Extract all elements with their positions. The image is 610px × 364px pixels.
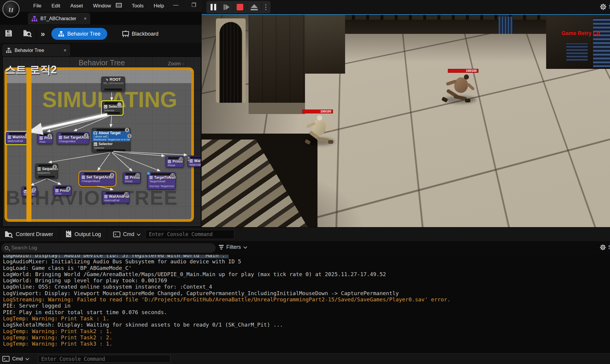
content-drawer-button[interactable]: Content Drawer bbox=[0, 227, 59, 241]
log-line[interactable]: LogSkeletalMesh: Display: Waiting for sk… bbox=[3, 322, 610, 328]
bt-node-set-targetactor[interactable]: 3 Set TargetActor ChangeValue bbox=[57, 132, 89, 144]
blue-ornate-fence-small bbox=[566, 43, 588, 61]
log-line[interactable]: LogTemp: Warning: Print Task : 1. bbox=[3, 315, 610, 322]
frame-skip-button[interactable] bbox=[224, 4, 230, 10]
log-line[interactable]: LogTemp: Warning: Print Task3 : 1. bbox=[3, 341, 610, 347]
pause-button[interactable] bbox=[211, 4, 216, 10]
character-enemy bbox=[438, 73, 485, 110]
sequence-icon bbox=[37, 167, 41, 170]
settings-button[interactable]: Sett bbox=[600, 3, 610, 10]
node-title: ROOT bbox=[110, 77, 121, 82]
pie-toolbar: Sett bbox=[202, 0, 610, 14]
eject-button[interactable] bbox=[251, 4, 258, 10]
asset-tab-title: BT_ABCharacter bbox=[40, 16, 81, 21]
folder-search-icon bbox=[23, 29, 32, 37]
node-subtitle: Print4 bbox=[166, 164, 184, 167]
menu-asset[interactable]: Asset bbox=[70, 3, 83, 9]
tab-bt-abcharacter[interactable]: BT_ABCharacter × bbox=[28, 13, 90, 24]
more-options-icon[interactable] bbox=[265, 4, 266, 10]
menu-tools[interactable]: Tools bbox=[132, 3, 144, 9]
input-pin[interactable] bbox=[190, 156, 201, 159]
minimize-button[interactable]: — bbox=[173, 2, 178, 8]
log-line[interactable]: LogViewport: Display: Viewport MouseCapt… bbox=[3, 290, 610, 296]
log-line[interactable]: LogTemp: Warning: Print Task2 : 1. bbox=[3, 328, 610, 334]
health-bar-enemy: 100/100 bbox=[448, 69, 478, 73]
output-log-button[interactable]: Output Log bbox=[59, 227, 107, 241]
decorator-about-target[interactable]: 5 About Target ( aborts self ) Blackboar… bbox=[92, 131, 130, 142]
cmd-dropdown[interactable]: >_ Cmd bbox=[107, 227, 146, 241]
gear-icon bbox=[600, 244, 606, 251]
debug-message: Game Retry Co bbox=[562, 30, 600, 37]
console-icon: >_ bbox=[2, 356, 10, 362]
menu-window[interactable]: Window bbox=[93, 3, 111, 9]
log-line[interactable]: PIE: Play in editor total start time 0.0… bbox=[3, 309, 610, 315]
input-pin[interactable] bbox=[106, 192, 126, 194]
bt-node-sequence[interactable]: 6 Sequence Sequence bbox=[35, 164, 58, 179]
behavior-tree-graph-canvas[interactable]: Behavior Tree Zoom - 스트 로직2 SIMULATING B… bbox=[2, 56, 201, 227]
log-line[interactable]: LogWorld: Bringing up level for play too… bbox=[3, 277, 610, 284]
bt-node-about-target-selector[interactable]: 4 5 About Target ( aborts self ) Blackbo… bbox=[92, 128, 130, 152]
log-line[interactable]: LogOnline: OSS: Created online subsystem… bbox=[3, 284, 610, 290]
menu-help[interactable]: Help bbox=[154, 3, 164, 9]
stop-button[interactable] bbox=[237, 4, 243, 10]
log-line[interactable]: LogAudio: Display: Audio Device (ID: 5) … bbox=[3, 255, 229, 258]
mode-button-behavior-tree[interactable]: Behavior Tree bbox=[51, 28, 107, 40]
bt-node-print[interactable]: 2 Print Print bbox=[37, 133, 53, 144]
maximize-button[interactable]: ❐ bbox=[192, 2, 196, 8]
log-line[interactable]: PIE: Server logged in bbox=[3, 303, 610, 309]
search-log-input[interactable] bbox=[11, 245, 198, 251]
log-line[interactable]: LogLoad: Game class is 'BP_ABGameMode_C' bbox=[3, 265, 610, 271]
chevron-down-icon[interactable] bbox=[25, 357, 29, 360]
browse-asset-button[interactable] bbox=[23, 29, 32, 38]
save-button[interactable] bbox=[5, 29, 12, 38]
bt-node-selector[interactable]: Selector Selector bbox=[102, 101, 123, 115]
console-command-input[interactable] bbox=[38, 355, 171, 363]
filters-dropdown[interactable]: Filters bbox=[219, 244, 246, 250]
log-search-box[interactable] bbox=[1, 243, 216, 253]
log-line[interactable]: LogTemp: Warning: Print Task2 : 2. bbox=[3, 334, 610, 341]
output-pin[interactable] bbox=[97, 149, 125, 151]
order-badge: 12 bbox=[170, 173, 175, 178]
output-log-panel[interactable]: LogAudio: Display: Audio Device (ID: 5) … bbox=[0, 255, 610, 353]
output-pin[interactable] bbox=[38, 176, 55, 178]
bt-node-print3[interactable]: 11 Print3 Print3 bbox=[123, 172, 141, 183]
node-subtitle: Print bbox=[38, 140, 53, 143]
mode-button-blackboard[interactable]: Blackboard bbox=[116, 28, 165, 40]
cmd-label[interactable]: Cmd bbox=[12, 356, 23, 362]
log-line[interactable]: LogStreaming: Warning: Failed to read fi… bbox=[3, 296, 610, 303]
menu-edit[interactable]: Edit bbox=[51, 3, 60, 9]
breakpoint-flag bbox=[147, 172, 150, 175]
input-pin[interactable] bbox=[61, 133, 85, 135]
bt-node-print2[interactable]: 8 Print2 Print2 bbox=[53, 186, 72, 196]
input-pin[interactable] bbox=[84, 173, 111, 175]
toolbar-overflow-chevrons[interactable]: » bbox=[41, 29, 44, 39]
input-pin[interactable] bbox=[9, 133, 27, 135]
game-scene[interactable]: 100/100 100/100 Game Retry Co bbox=[202, 14, 610, 227]
close-icon[interactable]: × bbox=[64, 48, 67, 53]
bt-node-root[interactable]: ↘ROOT BB_ABCharacter bbox=[101, 77, 125, 91]
output-pin[interactable] bbox=[105, 112, 120, 114]
bt-node-print4[interactable]: 13 Print4 Print4 bbox=[166, 156, 184, 167]
menu-file[interactable]: File bbox=[33, 3, 41, 9]
output-pin[interactable] bbox=[104, 88, 122, 91]
input-pin[interactable] bbox=[151, 173, 172, 175]
bt-node-set-targetactor-2[interactable]: 9 Set TargetActor 2 ChangeValue2 bbox=[80, 172, 115, 186]
task-icon bbox=[168, 160, 171, 163]
behavior-tree-icon bbox=[6, 48, 12, 53]
log-line[interactable]: LogAudioMixer: Initializing Audio Bus Su… bbox=[3, 258, 610, 265]
order-badge: 10 bbox=[124, 192, 129, 197]
bt-node-waitandfail-10[interactable]: 10 WaitAndFail WaitAndFail bbox=[102, 191, 129, 203]
close-icon[interactable]: × bbox=[84, 16, 87, 22]
bt-node-waitandfail-14[interactable]: 14 WaitAndFail WaitAndFail bbox=[187, 156, 201, 167]
game-viewport[interactable]: Sett bbox=[202, 0, 610, 227]
bt-node-targettonull[interactable]: 12 TargetToNull TargetToNull: Out Key: T… bbox=[147, 172, 176, 189]
status-console-input[interactable] bbox=[146, 230, 234, 239]
unreal-logo[interactable]: u bbox=[2, 1, 20, 18]
tab-behavior-tree-graph[interactable]: Behavior Tree × bbox=[2, 44, 70, 56]
task-icon bbox=[59, 136, 62, 139]
log-settings-button[interactable]: Sett bbox=[600, 244, 610, 251]
blue-window bbox=[499, 17, 513, 34]
log-line[interactable]: LogWorld: Bringing World /Game/ArenaBatt… bbox=[3, 271, 610, 277]
node-subtitle: BB_ABCharacter bbox=[102, 82, 125, 85]
input-pin[interactable] bbox=[97, 129, 125, 131]
